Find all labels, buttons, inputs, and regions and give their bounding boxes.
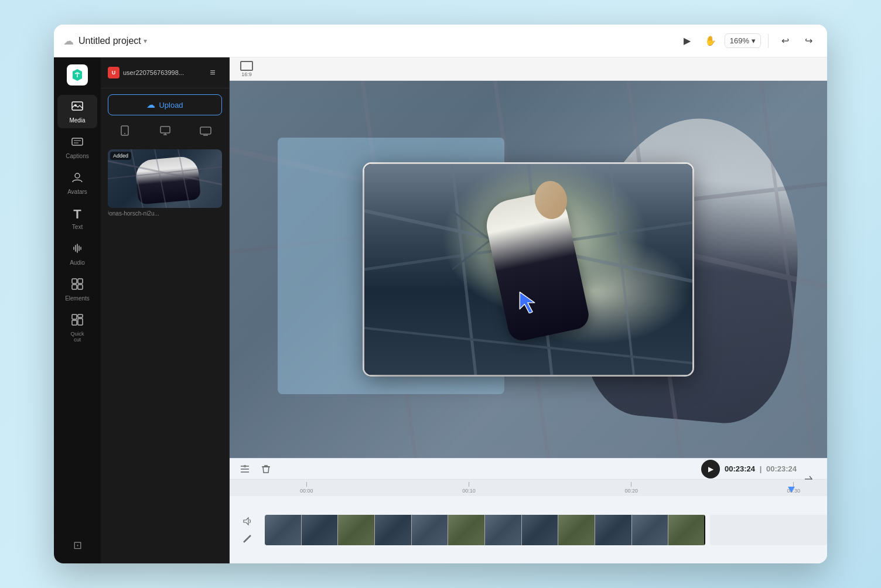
canvas-area: 16:9 — [230, 57, 827, 458]
timeline-ruler: 00:00 00:10 00:20 00:30 — [230, 480, 827, 496]
sidebar-item-quickcut[interactable]: Quickcut — [57, 309, 97, 347]
top-bar: ☁ Untitled project ▾ ▶ ✋ 169% ▾ ↩ ↪ — [54, 25, 827, 57]
right-area: 16:9 — [230, 57, 827, 563]
svg-line-31 — [452, 164, 476, 375]
ruler-mark-2: 00:20 — [624, 482, 638, 494]
svg-rect-10 — [72, 314, 77, 319]
elements-icon — [71, 278, 84, 293]
svg-rect-7 — [78, 279, 83, 283]
sidebar-item-elements[interactable]: Elements — [57, 273, 97, 306]
edit-control-button[interactable] — [240, 532, 254, 546]
media-filename: jonas-horsch-ni2u... — [108, 210, 222, 217]
undo-button[interactable]: ↩ — [776, 32, 794, 50]
sidebar-audio-label: Audio — [70, 259, 85, 266]
sidebar-item-settings[interactable]: ⊡ — [57, 534, 97, 556]
user-name: user220756763998... — [123, 69, 184, 76]
track-frame-4 — [375, 515, 412, 545]
sidebar-quickcut-label: Quickcut — [70, 331, 84, 343]
sidebar-text-label: Text — [72, 224, 83, 230]
volume-control-button[interactable] — [240, 514, 254, 528]
timeline-right-controls: ▶ 00:23:24 | 00:23:24 — [701, 460, 797, 478]
ruler-playhead-arrow — [788, 487, 795, 493]
panel-content: Added jonas-horsch-ni2u... — [101, 145, 229, 563]
timeline-toolbar: ▶ 00:23:24 | 00:23:24 — [230, 459, 827, 480]
zoom-level-value: 169% — [730, 36, 749, 45]
panel-tab-mobile[interactable] — [105, 121, 144, 140]
timeline-play-button[interactable]: ▶ — [701, 460, 720, 478]
sidebar-item-media[interactable]: Media — [57, 95, 97, 128]
audio-icon — [71, 242, 84, 258]
track-frame-2 — [302, 515, 339, 545]
svg-line-19 — [108, 167, 222, 179]
video-preview-card — [364, 164, 692, 375]
media-panel: U user220756763998... ≡ ☁ Upload — [101, 57, 230, 563]
svg-rect-17 — [200, 127, 211, 134]
svg-line-28 — [761, 81, 814, 458]
avatars-icon — [71, 171, 84, 187]
settings-icon: ⊡ — [73, 539, 82, 552]
project-name: Untitled project — [78, 36, 141, 46]
sidebar-item-avatars[interactable]: Avatars — [57, 166, 97, 200]
ruler-time-0: 00:00 — [300, 488, 313, 494]
project-title-chevron-icon: ▾ — [144, 37, 147, 45]
main-area: Media Captions — [54, 57, 827, 563]
zoom-chevron-icon: ▾ — [752, 36, 756, 45]
project-title-btn[interactable]: Untitled project ▾ — [78, 36, 147, 46]
panel-header: U user220756763998... ≡ — [101, 57, 229, 88]
media-item[interactable]: Added jonas-horsch-ni2u... — [108, 149, 222, 217]
aspect-ratio-button[interactable]: 16:9 — [237, 59, 257, 80]
canvas-viewport[interactable] — [230, 81, 827, 458]
hand-tool-button[interactable]: ✋ — [701, 32, 720, 50]
track-frame-5 — [412, 515, 449, 545]
cursor-icon — [515, 290, 539, 313]
ruler-time-1: 00:10 — [462, 488, 476, 494]
track-frame-7 — [485, 515, 522, 545]
svg-rect-37 — [244, 465, 246, 467]
track-playhead-line — [704, 515, 705, 545]
play-preview-button[interactable]: ▶ — [678, 32, 696, 50]
quickcut-icon — [71, 313, 84, 329]
time-separator: | — [760, 464, 762, 473]
upload-button[interactable]: ☁ Upload — [108, 94, 222, 115]
panel-menu-button[interactable]: ≡ — [203, 63, 222, 82]
captions-icon — [71, 135, 84, 151]
app-window: ☁ Untitled project ▾ ▶ ✋ 169% ▾ ↩ ↪ — [54, 25, 827, 563]
timeline-area: ▶ 00:23:24 | 00:23:24 — [230, 458, 827, 563]
svg-line-21 — [155, 149, 166, 208]
canvas-toolbar: 16:9 — [230, 57, 827, 81]
tracks-container — [230, 496, 827, 563]
panel-tabs — [101, 121, 229, 140]
track-frame-9 — [558, 515, 595, 545]
ruler-mark-0: 00:00 — [300, 482, 313, 494]
trim-tool-button[interactable] — [237, 461, 253, 477]
redo-button[interactable]: ↪ — [799, 32, 818, 50]
delete-clip-button[interactable] — [258, 461, 274, 477]
aspect-ratio-icon — [240, 61, 253, 71]
top-bar-divider — [768, 34, 769, 48]
track-controls — [230, 514, 265, 546]
sidebar-bottom: ⊡ — [57, 534, 97, 556]
svg-line-22 — [178, 149, 190, 208]
top-bar-right: ▶ ✋ 169% ▾ ↩ ↪ — [678, 32, 818, 50]
track-frame-11 — [632, 515, 669, 545]
cursor-container — [515, 290, 539, 316]
panel-tab-desktop[interactable] — [146, 121, 184, 140]
svg-rect-2 — [72, 138, 83, 145]
track-frame-12 — [668, 515, 705, 545]
upload-cloud-icon: ☁ — [146, 100, 155, 110]
sidebar-item-audio[interactable]: Audio — [57, 237, 97, 271]
panel-tab-tv[interactable] — [186, 121, 224, 140]
sidebar-item-captions[interactable]: Captions — [57, 131, 97, 164]
sidebar-item-text[interactable]: T Text — [57, 202, 97, 235]
svg-rect-13 — [78, 319, 83, 325]
video-track[interactable] — [265, 515, 705, 545]
zoom-level-button[interactable]: 169% ▾ — [725, 33, 761, 48]
track-frame-8 — [522, 515, 559, 545]
current-time-value: 00:23:24 — [725, 464, 755, 473]
svg-rect-8 — [72, 285, 77, 289]
text-icon: T — [73, 207, 81, 222]
svg-rect-16 — [161, 127, 170, 133]
media-icon — [71, 100, 84, 115]
aspect-ratio-label: 16:9 — [241, 71, 252, 77]
media-thumbnail: Added — [108, 149, 222, 208]
